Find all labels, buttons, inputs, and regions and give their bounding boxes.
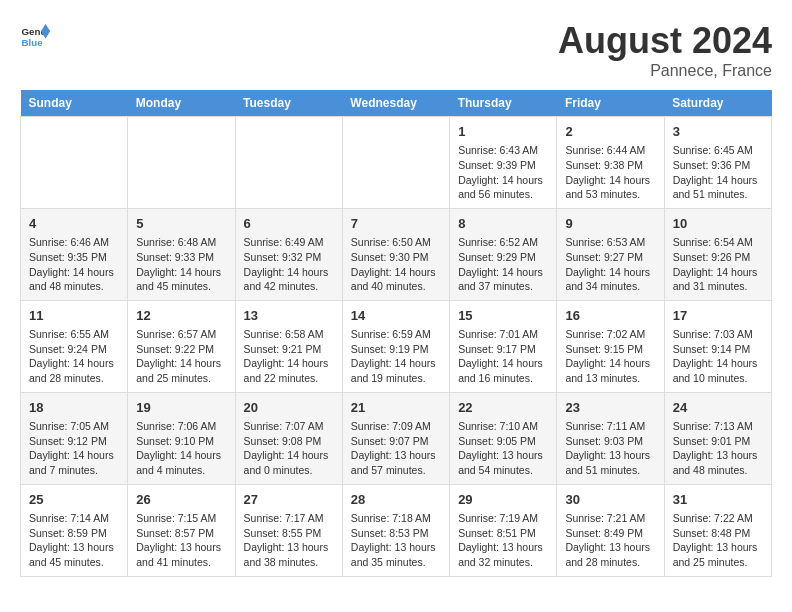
day-cell: 18Sunrise: 7:05 AMSunset: 9:12 PMDayligh… [21,392,128,484]
day-number: 14 [351,307,441,325]
location-subtitle: Pannece, France [558,62,772,80]
day-cell: 21Sunrise: 7:09 AMSunset: 9:07 PMDayligh… [342,392,449,484]
day-info: Sunrise: 7:15 AMSunset: 8:57 PMDaylight:… [136,511,226,570]
day-cell [128,117,235,209]
day-number: 30 [565,491,655,509]
title-block: August 2024 Pannece, France [558,20,772,80]
day-cell: 5Sunrise: 6:48 AMSunset: 9:33 PMDaylight… [128,208,235,300]
day-number: 3 [673,123,763,141]
header-wednesday: Wednesday [342,90,449,117]
day-number: 10 [673,215,763,233]
day-number: 2 [565,123,655,141]
day-cell [342,117,449,209]
day-info: Sunrise: 7:03 AMSunset: 9:14 PMDaylight:… [673,327,763,386]
day-info: Sunrise: 7:09 AMSunset: 9:07 PMDaylight:… [351,419,441,478]
day-cell: 9Sunrise: 6:53 AMSunset: 9:27 PMDaylight… [557,208,664,300]
day-info: Sunrise: 6:59 AMSunset: 9:19 PMDaylight:… [351,327,441,386]
day-info: Sunrise: 7:22 AMSunset: 8:48 PMDaylight:… [673,511,763,570]
day-info: Sunrise: 6:43 AMSunset: 9:39 PMDaylight:… [458,143,548,202]
day-cell: 22Sunrise: 7:10 AMSunset: 9:05 PMDayligh… [450,392,557,484]
day-cell: 26Sunrise: 7:15 AMSunset: 8:57 PMDayligh… [128,484,235,576]
day-number: 23 [565,399,655,417]
day-cell: 12Sunrise: 6:57 AMSunset: 9:22 PMDayligh… [128,300,235,392]
day-number: 26 [136,491,226,509]
calendar-table: SundayMondayTuesdayWednesdayThursdayFrid… [20,90,772,577]
week-row-2: 4Sunrise: 6:46 AMSunset: 9:35 PMDaylight… [21,208,772,300]
week-row-3: 11Sunrise: 6:55 AMSunset: 9:24 PMDayligh… [21,300,772,392]
header-thursday: Thursday [450,90,557,117]
day-number: 5 [136,215,226,233]
day-cell: 11Sunrise: 6:55 AMSunset: 9:24 PMDayligh… [21,300,128,392]
header-sunday: Sunday [21,90,128,117]
month-year-title: August 2024 [558,20,772,62]
day-number: 9 [565,215,655,233]
day-cell [235,117,342,209]
day-cell: 27Sunrise: 7:17 AMSunset: 8:55 PMDayligh… [235,484,342,576]
week-row-4: 18Sunrise: 7:05 AMSunset: 9:12 PMDayligh… [21,392,772,484]
day-cell: 6Sunrise: 6:49 AMSunset: 9:32 PMDaylight… [235,208,342,300]
day-number: 18 [29,399,119,417]
day-info: Sunrise: 7:06 AMSunset: 9:10 PMDaylight:… [136,419,226,478]
day-number: 1 [458,123,548,141]
day-cell: 15Sunrise: 7:01 AMSunset: 9:17 PMDayligh… [450,300,557,392]
svg-text:Blue: Blue [22,37,44,48]
day-number: 31 [673,491,763,509]
day-info: Sunrise: 6:48 AMSunset: 9:33 PMDaylight:… [136,235,226,294]
day-cell: 14Sunrise: 6:59 AMSunset: 9:19 PMDayligh… [342,300,449,392]
day-info: Sunrise: 6:49 AMSunset: 9:32 PMDaylight:… [244,235,334,294]
day-number: 29 [458,491,548,509]
day-info: Sunrise: 6:46 AMSunset: 9:35 PMDaylight:… [29,235,119,294]
header-row: SundayMondayTuesdayWednesdayThursdayFrid… [21,90,772,117]
day-cell: 28Sunrise: 7:18 AMSunset: 8:53 PMDayligh… [342,484,449,576]
day-cell: 20Sunrise: 7:07 AMSunset: 9:08 PMDayligh… [235,392,342,484]
day-info: Sunrise: 7:13 AMSunset: 9:01 PMDaylight:… [673,419,763,478]
day-number: 25 [29,491,119,509]
week-row-1: 1Sunrise: 6:43 AMSunset: 9:39 PMDaylight… [21,117,772,209]
day-info: Sunrise: 6:45 AMSunset: 9:36 PMDaylight:… [673,143,763,202]
day-info: Sunrise: 6:57 AMSunset: 9:22 PMDaylight:… [136,327,226,386]
day-info: Sunrise: 7:14 AMSunset: 8:59 PMDaylight:… [29,511,119,570]
day-cell: 29Sunrise: 7:19 AMSunset: 8:51 PMDayligh… [450,484,557,576]
day-info: Sunrise: 7:17 AMSunset: 8:55 PMDaylight:… [244,511,334,570]
day-number: 28 [351,491,441,509]
header-monday: Monday [128,90,235,117]
header-tuesday: Tuesday [235,90,342,117]
day-number: 6 [244,215,334,233]
day-info: Sunrise: 7:05 AMSunset: 9:12 PMDaylight:… [29,419,119,478]
day-number: 4 [29,215,119,233]
day-info: Sunrise: 7:18 AMSunset: 8:53 PMDaylight:… [351,511,441,570]
day-info: Sunrise: 6:55 AMSunset: 9:24 PMDaylight:… [29,327,119,386]
day-info: Sunrise: 7:01 AMSunset: 9:17 PMDaylight:… [458,327,548,386]
day-number: 7 [351,215,441,233]
logo: General Blue [20,20,50,50]
day-number: 24 [673,399,763,417]
day-number: 8 [458,215,548,233]
day-cell: 30Sunrise: 7:21 AMSunset: 8:49 PMDayligh… [557,484,664,576]
day-cell: 10Sunrise: 6:54 AMSunset: 9:26 PMDayligh… [664,208,771,300]
day-number: 11 [29,307,119,325]
day-cell: 17Sunrise: 7:03 AMSunset: 9:14 PMDayligh… [664,300,771,392]
day-cell: 16Sunrise: 7:02 AMSunset: 9:15 PMDayligh… [557,300,664,392]
day-number: 12 [136,307,226,325]
calendar-header: SundayMondayTuesdayWednesdayThursdayFrid… [21,90,772,117]
day-cell: 8Sunrise: 6:52 AMSunset: 9:29 PMDaylight… [450,208,557,300]
day-info: Sunrise: 6:53 AMSunset: 9:27 PMDaylight:… [565,235,655,294]
day-cell: 25Sunrise: 7:14 AMSunset: 8:59 PMDayligh… [21,484,128,576]
day-info: Sunrise: 6:58 AMSunset: 9:21 PMDaylight:… [244,327,334,386]
day-cell: 1Sunrise: 6:43 AMSunset: 9:39 PMDaylight… [450,117,557,209]
day-info: Sunrise: 7:10 AMSunset: 9:05 PMDaylight:… [458,419,548,478]
day-number: 21 [351,399,441,417]
day-cell: 2Sunrise: 6:44 AMSunset: 9:38 PMDaylight… [557,117,664,209]
day-number: 22 [458,399,548,417]
day-info: Sunrise: 6:44 AMSunset: 9:38 PMDaylight:… [565,143,655,202]
day-info: Sunrise: 6:50 AMSunset: 9:30 PMDaylight:… [351,235,441,294]
day-number: 20 [244,399,334,417]
day-cell [21,117,128,209]
day-info: Sunrise: 7:11 AMSunset: 9:03 PMDaylight:… [565,419,655,478]
day-cell: 31Sunrise: 7:22 AMSunset: 8:48 PMDayligh… [664,484,771,576]
day-info: Sunrise: 7:07 AMSunset: 9:08 PMDaylight:… [244,419,334,478]
day-cell: 23Sunrise: 7:11 AMSunset: 9:03 PMDayligh… [557,392,664,484]
day-info: Sunrise: 6:54 AMSunset: 9:26 PMDaylight:… [673,235,763,294]
day-cell: 7Sunrise: 6:50 AMSunset: 9:30 PMDaylight… [342,208,449,300]
week-row-5: 25Sunrise: 7:14 AMSunset: 8:59 PMDayligh… [21,484,772,576]
